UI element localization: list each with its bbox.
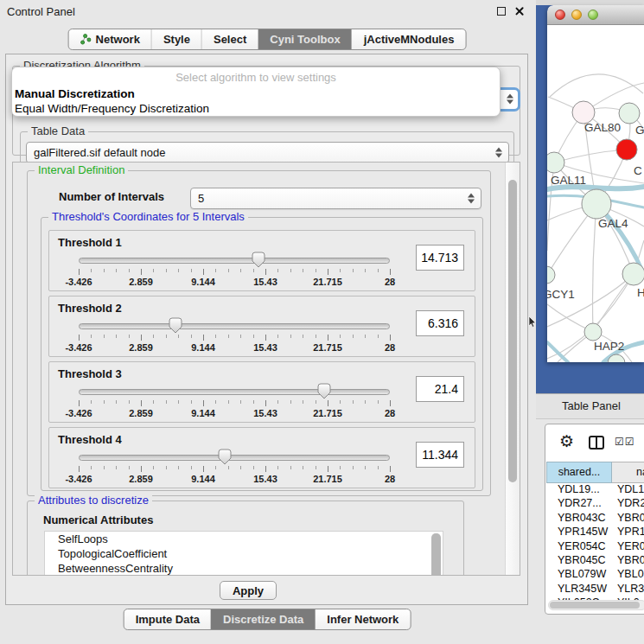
tab-select[interactable]: Select <box>201 29 258 49</box>
tab-label: Discretize Data <box>223 609 303 629</box>
table-row[interactable]: YBL079WYBL0 <box>546 568 644 582</box>
number-of-intervals-combobox[interactable]: 5 <box>190 188 481 209</box>
node-gcy1[interactable] <box>547 266 555 284</box>
thresholds-group: Threshold's Coordinates for 5 Intervals … <box>41 217 483 491</box>
close-panel-icon[interactable] <box>514 6 524 16</box>
slider-thumb[interactable] <box>317 383 331 399</box>
network-canvas[interactable]: GAL80 GA GAL11 C GAL4 GCY1 H HAP2 <box>547 25 644 362</box>
slider-track[interactable] <box>79 389 390 395</box>
tab-infer-network[interactable]: Infer Network <box>315 609 410 629</box>
threshold-value-field[interactable] <box>416 442 464 468</box>
attribute-item[interactable]: SelfLoops <box>45 532 443 546</box>
tick-mark <box>316 335 316 338</box>
table-row[interactable]: YDL19...YDL1 <box>546 483 644 497</box>
tab-impute-data[interactable]: Impute Data <box>124 609 211 629</box>
tick-mark <box>153 466 154 469</box>
tab-style[interactable]: Style <box>151 29 201 49</box>
threshold-value-field[interactable] <box>416 310 464 336</box>
zoom-traffic-light-icon[interactable] <box>588 10 598 20</box>
tab-discretize-data[interactable]: Discretize Data <box>211 609 315 629</box>
threshold-label: Threshold 2 <box>58 302 122 315</box>
threshold-slider[interactable]: -3.4262.8599.14415.4321.71528 <box>79 385 392 421</box>
node-hap2[interactable] <box>584 323 602 341</box>
tick-mark <box>79 466 80 472</box>
slider-tick-label: -3.426 <box>65 342 92 353</box>
slider-track[interactable] <box>79 258 390 264</box>
minimize-traffic-light-icon[interactable] <box>571 10 582 20</box>
algorithm-option-equal-width-frequency[interactable]: Equal Width/Frequency Discretization <box>12 101 500 116</box>
threshold-panel: Threshold 1 -3.4262.8599.14415.4321.7152… <box>48 230 475 291</box>
tick-mark <box>265 269 266 275</box>
slider-tick-label: 21.715 <box>313 474 342 484</box>
slider-ticks <box>79 465 390 473</box>
node-gal11[interactable] <box>547 152 564 173</box>
node[interactable] <box>619 103 640 124</box>
node-gal4[interactable] <box>582 189 611 219</box>
settings-scrollbar-thumb[interactable] <box>508 180 517 482</box>
apply-button[interactable]: Apply <box>220 581 277 600</box>
tick-mark <box>129 466 130 469</box>
tab-network[interactable]: Network <box>69 29 151 49</box>
settings-vertical-scrollbar[interactable] <box>505 163 520 575</box>
network-window: GAL80 GA GAL11 C GAL4 GCY1 H HAP2 <box>547 5 644 362</box>
attribute-item[interactable]: BetweennessCentrality <box>45 561 443 576</box>
threshold-slider[interactable]: -3.4262.8599.14415.4321.71528 <box>79 450 392 487</box>
slider-track[interactable] <box>79 323 390 329</box>
slider-thumb[interactable] <box>252 252 265 268</box>
slider-tick-labels: -3.4262.8599.14415.4321.71528 <box>79 342 390 353</box>
checkboxes-icon[interactable]: ☑☑ <box>615 436 635 448</box>
columns-icon[interactable] <box>589 436 604 450</box>
attributes-list-scrollbar[interactable] <box>431 533 441 576</box>
float-window-icon[interactable] <box>497 7 506 16</box>
slider-thumb[interactable] <box>169 317 182 334</box>
tick-mark <box>390 269 391 275</box>
attribute-item[interactable]: TopologicalCoefficient <box>45 546 443 561</box>
slider-ticks <box>79 399 390 407</box>
slider-track[interactable] <box>79 455 390 461</box>
table-row[interactable]: YPR145WYPR1 <box>546 526 644 539</box>
table-data-combobox[interactable]: galFiltered.sif default node <box>26 142 509 163</box>
tick-mark <box>328 269 328 275</box>
slider-thumb[interactable] <box>218 449 232 465</box>
table-row[interactable]: YBR045CYBR0 <box>546 554 644 568</box>
numerical-attributes-list[interactable]: SelfLoopsTopologicalCoefficientBetweenne… <box>44 531 443 576</box>
tick-mark <box>166 400 167 404</box>
threshold-value-field[interactable] <box>416 376 464 402</box>
node-label: H <box>637 286 644 299</box>
tick-mark <box>265 466 266 472</box>
stepper-arrows-icon <box>506 93 513 106</box>
close-traffic-light-icon[interactable] <box>555 10 565 20</box>
gear-icon[interactable]: ⚙ <box>559 432 574 450</box>
tab-label: Style <box>163 29 190 49</box>
tick-mark <box>277 400 278 404</box>
threshold-value-field[interactable] <box>416 245 464 271</box>
algorithm-option-manual-discretization[interactable]: Manual Discretization <box>12 86 500 101</box>
table-hscrollbar-thumb[interactable] <box>550 602 640 609</box>
table-row[interactable]: YER054CYER0 <box>546 540 644 554</box>
tab-label: Select <box>214 29 246 49</box>
tab-jactivemnodules[interactable]: jActiveMNodules <box>352 29 466 49</box>
tick-mark <box>277 466 278 469</box>
tab-cyni-toolbox[interactable]: Cyni Toolbox <box>258 29 351 49</box>
threshold-slider[interactable]: -3.4262.8599.14415.4321.71528 <box>79 319 392 355</box>
table-row[interactable]: YBR043CYBR0 <box>546 512 644 526</box>
table-row[interactable]: YDR27...YDR2 <box>546 497 644 511</box>
attribute-items: SelfLoopsTopologicalCoefficientBetweenne… <box>45 532 443 576</box>
threshold-panel: Threshold 3 -3.4262.8599.14415.4321.7152… <box>48 361 475 423</box>
table-horizontal-scrollbar[interactable] <box>548 600 644 610</box>
node-selected[interactable] <box>616 139 637 160</box>
column-header-shared-name[interactable]: shared... <box>546 462 612 483</box>
threshold-slider[interactable]: -3.4262.8599.14415.4321.71528 <box>79 253 392 290</box>
tick-mark <box>353 400 354 404</box>
table-row[interactable]: YLR345WYLR3 <box>546 583 644 596</box>
tick-mark <box>316 269 316 272</box>
column-header-name[interactable]: na <box>612 462 644 483</box>
tick-mark <box>290 400 291 404</box>
network-window-titlebar[interactable] <box>547 5 644 25</box>
bottom-tab-bar: Impute DataDiscretize DataInfer Network <box>124 609 411 630</box>
tick-mark <box>166 335 167 338</box>
tick-mark <box>328 335 328 341</box>
cell-shared-name: YLR345W <box>546 583 613 596</box>
cell-shared-name: YDL19... <box>546 483 613 497</box>
node[interactable] <box>622 263 644 285</box>
